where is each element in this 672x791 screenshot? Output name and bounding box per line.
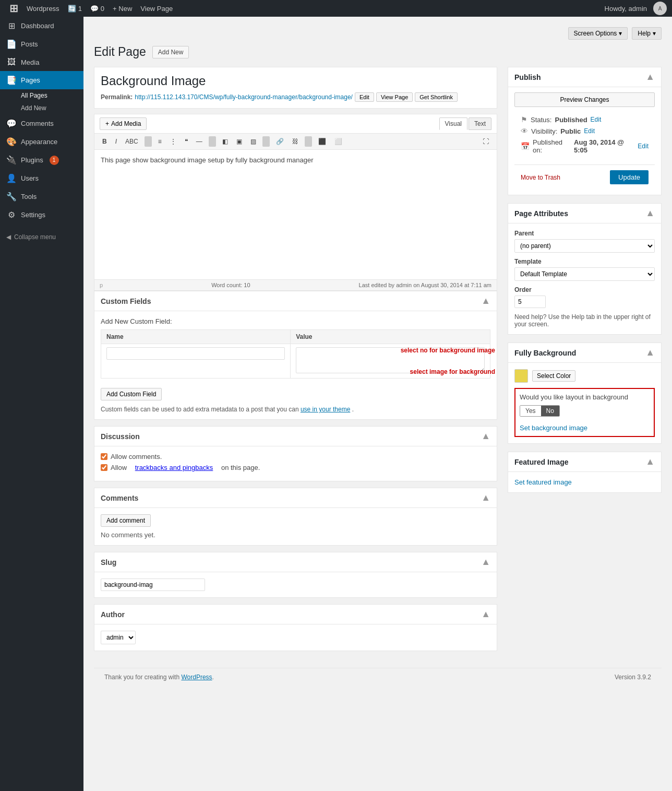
permalink-edit-button[interactable]: Edit — [355, 92, 374, 102]
move-to-trash-button[interactable]: Move to Trash — [521, 174, 560, 181]
template-select[interactable]: Default Template — [514, 267, 655, 281]
set-featured-image-link[interactable]: Set featured image — [514, 478, 572, 486]
sidebar-item-plugins[interactable]: 🔌 Plugins 1 — [0, 151, 83, 169]
wordpress-link[interactable]: WordPress — [181, 674, 212, 681]
adminbar-site-name[interactable]: Wordpress — [22, 5, 64, 13]
comments-title: Comments — [101, 494, 138, 502]
template-field: Template Default Template — [514, 258, 655, 281]
order-input[interactable] — [514, 296, 546, 308]
fullscreen-button[interactable]: ⛶ — [479, 136, 493, 147]
sidebar-item-dashboard[interactable]: ⊞ Dashboard — [0, 17, 83, 35]
comments-toggle[interactable]: ▲ — [481, 492, 490, 503]
select-color-button[interactable]: Select Color — [532, 370, 575, 382]
table-row-button[interactable]: ⬛ — [315, 136, 330, 147]
toolbar-separator-1 — [145, 136, 152, 147]
discussion-toggle[interactable]: ▲ — [481, 431, 490, 442]
slug-header[interactable]: Slug ▲ — [94, 552, 497, 572]
quote-button[interactable]: ❝ — [181, 136, 191, 147]
strikethrough-button[interactable]: ABC — [122, 136, 142, 147]
table-button[interactable]: ⬜ — [331, 136, 346, 147]
allow-comments-row: Allow comments. — [101, 453, 490, 461]
custom-fields-header[interactable]: Custom Fields ▲ — [94, 291, 497, 311]
comments-header[interactable]: Comments ▲ — [94, 488, 497, 508]
slug-toggle[interactable]: ▲ — [481, 557, 490, 568]
allow-trackbacks-checkbox[interactable] — [101, 464, 107, 471]
align-left-button[interactable]: ◧ — [219, 136, 232, 147]
ol-button[interactable]: ⋮ — [166, 136, 180, 147]
color-swatch[interactable] — [514, 369, 528, 383]
help-chevron-icon: ▾ — [653, 30, 656, 37]
get-shortlink-button[interactable]: Get Shortlink — [415, 92, 458, 102]
sidebar-item-settings[interactable]: ⚙ Settings — [0, 206, 83, 224]
collapse-menu-button[interactable]: ◀ Collapse menu — [0, 229, 83, 245]
link-button[interactable]: 🔗 — [272, 136, 287, 147]
trackbacks-link[interactable]: trackbacks and pingbacks — [135, 464, 213, 471]
use-in-theme-link[interactable]: use in your theme — [301, 406, 350, 413]
page-attributes-toggle[interactable]: ▲ — [645, 208, 655, 219]
custom-field-row: select no for background image select im… — [101, 344, 490, 379]
wp-logo-icon[interactable]: ⊞ — [5, 2, 22, 15]
adminbar-new[interactable]: + New — [109, 5, 136, 13]
bold-button[interactable]: B — [99, 136, 111, 147]
slug-content — [94, 572, 497, 597]
sidebar-item-posts[interactable]: 📄 Posts — [0, 35, 83, 53]
sidebar-item-users[interactable]: 👤 Users — [0, 169, 83, 187]
sidebar-item-all-pages[interactable]: All Pages — [0, 89, 83, 102]
update-button[interactable]: Update — [610, 170, 649, 184]
sidebar-item-pages[interactable]: 📑 Pages — [0, 71, 83, 89]
sidebar-item-add-new[interactable]: Add New — [0, 102, 83, 114]
ul-button[interactable]: ≡ — [154, 136, 165, 147]
view-page-button[interactable]: View Page — [376, 92, 413, 102]
publish-status-row: ⚑ Status: Published Edit — [521, 115, 649, 124]
fully-background-title: Fully Background — [514, 349, 576, 357]
allow-comments-checkbox[interactable] — [101, 453, 107, 460]
adminbar-updates[interactable]: 🔄 1 — [64, 5, 86, 13]
add-custom-field-button[interactable]: Add Custom Field — [101, 388, 162, 400]
publish-box: Publish ▲ Preview Changes ⚑ Status: Publ… — [508, 67, 662, 195]
add-new-button[interactable]: Add New — [152, 46, 189, 58]
author-content: admin — [94, 624, 497, 651]
published-edit-link[interactable]: Edit — [638, 143, 649, 150]
hr-button[interactable]: — — [193, 136, 206, 147]
editor-content[interactable]: This page show background image setup by… — [94, 149, 497, 280]
unlink-button[interactable]: ⛓ — [289, 136, 302, 147]
fully-background-toggle[interactable]: ▲ — [645, 347, 655, 358]
featured-image-content: Set featured image — [508, 472, 661, 492]
sidebar-item-comments[interactable]: 💬 Comments — [0, 114, 83, 133]
align-center-button[interactable]: ▣ — [233, 136, 246, 147]
screen-options-button[interactable]: Screen Options ▾ — [568, 27, 628, 40]
custom-fields-toggle[interactable]: ▲ — [481, 296, 490, 306]
parent-select[interactable]: (no parent) — [514, 239, 655, 253]
sidebar-item-appearance[interactable]: 🎨 Appearance — [0, 133, 83, 151]
fully-background-highlight-box: Would you like layout in background Yes … — [514, 388, 655, 437]
sidebar-item-tools[interactable]: 🔧 Tools — [0, 187, 83, 206]
align-right-button[interactable]: ▨ — [247, 136, 260, 147]
visibility-edit-link[interactable]: Edit — [584, 127, 595, 135]
add-media-button[interactable]: + Add Media — [100, 117, 147, 130]
slug-section: Slug ▲ — [94, 552, 497, 598]
toggle-yes-button[interactable]: Yes — [520, 406, 541, 416]
adminbar-comments[interactable]: 💬 0 — [86, 5, 109, 13]
toggle-no-button[interactable]: No — [541, 406, 559, 416]
help-button[interactable]: Help ▾ — [632, 27, 662, 40]
add-comment-button[interactable]: Add comment — [101, 514, 151, 527]
sidebar-item-media[interactable]: 🖼 Media — [0, 53, 83, 71]
permalink-url[interactable]: http://115.112.143.170/CMS/wp/fully-back… — [135, 93, 353, 101]
author-select[interactable]: admin — [101, 631, 136, 644]
tab-visual[interactable]: Visual — [439, 117, 467, 130]
slug-input[interactable] — [101, 579, 205, 591]
discussion-header[interactable]: Discussion ▲ — [94, 427, 497, 446]
featured-image-toggle[interactable]: ▲ — [645, 456, 655, 467]
author-toggle[interactable]: ▲ — [481, 609, 490, 620]
adminbar-view-page[interactable]: View Page — [136, 5, 177, 13]
post-title-area: Background Image Permalink: http://115.1… — [94, 67, 497, 109]
author-header[interactable]: Author ▲ — [94, 605, 497, 624]
preview-changes-button[interactable]: Preview Changes — [514, 92, 655, 107]
set-background-image-link[interactable]: Set background image — [520, 424, 587, 432]
tab-text[interactable]: Text — [469, 117, 491, 130]
status-edit-link[interactable]: Edit — [591, 116, 602, 123]
publish-toggle[interactable]: ▲ — [645, 72, 655, 82]
posts-icon: 📄 — [6, 39, 17, 49]
italic-button[interactable]: I — [112, 136, 121, 147]
cf-name-input[interactable] — [106, 347, 285, 360]
